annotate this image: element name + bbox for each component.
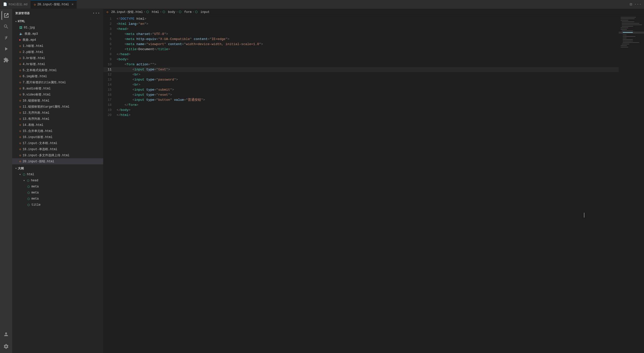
- line-content: <meta http-equiv="X-UA-Compatible" conte…: [116, 37, 619, 42]
- file-link-target[interactable]: ◇ 11.链接标签的target属性.html: [12, 104, 103, 110]
- file-text-format[interactable]: ◇ 5.文本格式化标签.html: [12, 67, 103, 73]
- tab-close-icon[interactable]: ×: [71, 3, 74, 7]
- file-hr-tag[interactable]: ◇ 4.hr标签.html: [12, 61, 103, 67]
- file-merge-cells[interactable]: ◇ 15.合并单元格.html: [12, 128, 103, 134]
- line-content: <title>Document</title>: [116, 47, 619, 52]
- file-input-tag[interactable]: ◇ 16.input标签.html: [12, 134, 103, 140]
- code-editor[interactable]: 1 <!DOCTYPE html> 2 <html lang="en"> 3 <…: [103, 15, 619, 353]
- activity-account[interactable]: [2, 330, 11, 339]
- outline-meta-2[interactable]: ⬡ meta: [12, 190, 103, 196]
- file-link-tag[interactable]: ◇ 10.链接标签.html: [12, 97, 103, 104]
- outline-head[interactable]: ▾ ⬡ head: [12, 178, 103, 184]
- html-icon: ◇: [19, 62, 21, 66]
- activity-settings[interactable]: [2, 342, 11, 351]
- line-content: <meta name="viewport" content="width=dev…: [116, 42, 619, 47]
- html-icon: ◇: [19, 117, 21, 121]
- tab-input-button[interactable]: ◇ 20.input-按钮.html ×: [31, 0, 77, 9]
- file-ul[interactable]: ◇ 12.无序列表.html: [12, 110, 103, 116]
- file-mp4[interactable]: ▶ 夜曲.mp4: [12, 37, 103, 43]
- line-content: <input type="text">: [116, 67, 619, 72]
- svg-rect-9: [621, 29, 627, 30]
- code-line-1: 1 <!DOCTYPE html>: [103, 16, 619, 22]
- code-line-17: 17 <input type="button" value="普通按钮">: [103, 97, 619, 103]
- activity-explorer[interactable]: [2, 11, 11, 20]
- tab-html-syntax-icon: 📄: [3, 2, 7, 6]
- file-audio-tag[interactable]: ◇ 8.audio标签.html: [12, 85, 103, 91]
- split-editor-icon[interactable]: ⊡: [630, 2, 632, 7]
- svg-rect-6: [622, 25, 642, 25]
- tab-html-syntax-label: html语法.md: [9, 2, 27, 7]
- breadcrumb-input[interactable]: ⬡ input: [195, 10, 209, 14]
- line-content: <html lang="en">: [116, 22, 619, 27]
- html-icon: ◇: [19, 141, 21, 145]
- file-p-tag[interactable]: ◇ 2.p标签.html: [12, 49, 103, 55]
- breadcrumb-body[interactable]: ⬡ body: [163, 10, 175, 14]
- line-content: </body>: [116, 108, 619, 113]
- more-actions-icon[interactable]: ···: [634, 2, 641, 7]
- html-icon: ◇: [19, 111, 21, 115]
- video-icon: ▶: [19, 38, 21, 42]
- svg-rect-17: [623, 41, 633, 41]
- breadcrumb-sep-2: ›: [160, 11, 162, 13]
- outline-title[interactable]: ⬡ title: [12, 202, 103, 208]
- html-icon: ◇: [19, 160, 21, 163]
- file-mp3[interactable]: 🔈 夜曲.mp3: [12, 31, 103, 37]
- breadcrumb-sep-3: ›: [176, 11, 178, 13]
- html-icon: ◇: [19, 56, 21, 60]
- html-icon: ◇: [19, 68, 21, 72]
- code-line-11: 11 <input type="text">: [103, 67, 619, 72]
- html-icon: ◇: [19, 81, 21, 84]
- file-video-tag[interactable]: ◇ 9.video标签.html: [12, 91, 103, 97]
- code-line-13: 13 <input type="password">: [103, 77, 619, 82]
- breadcrumb-file[interactable]: ◇ 20.input-按钮.html: [106, 10, 143, 14]
- file-br-tag[interactable]: ◇ 3.br标签.html: [12, 55, 103, 61]
- html-icon: ◇: [19, 105, 21, 109]
- tab-html-syntax[interactable]: 📄 html语法.md: [0, 0, 31, 9]
- activity-source-control[interactable]: [2, 33, 11, 42]
- sidebar-more-icon[interactable]: ···: [93, 11, 100, 15]
- file-input-file[interactable]: ◇ 19.input-多文件选择上传.html: [12, 152, 103, 158]
- line-number: 16: [103, 92, 116, 97]
- line-number: 7: [103, 47, 116, 52]
- tab-bar: 📄 html语法.md ◇ 20.input-按钮.html × ⊡ ···: [0, 0, 644, 9]
- audio-icon: 🔈: [19, 32, 23, 36]
- section-outline[interactable]: ▾ 大纲: [12, 165, 103, 171]
- file-table[interactable]: ◇ 14.表格.html: [12, 122, 103, 128]
- chevron-down-icon: ▾: [15, 20, 17, 23]
- line-content: </form>: [116, 103, 619, 108]
- file-input-radio[interactable]: ◇ 18.input-单选框.html: [12, 146, 103, 152]
- file-h-tag[interactable]: ◇ 1.h标签.html: [12, 43, 103, 49]
- html-icon: ◇: [19, 147, 21, 151]
- line-number: 18: [103, 103, 116, 108]
- html-icon: ◇: [19, 153, 21, 157]
- breadcrumb-form[interactable]: ⬡ form: [179, 10, 191, 14]
- chevron-down-icon: ▾: [19, 173, 21, 176]
- activity-run[interactable]: [2, 44, 11, 53]
- breadcrumb-html[interactable]: ⬡ html: [146, 10, 159, 14]
- outline-meta-3[interactable]: ⬡ meta: [12, 196, 103, 202]
- svg-rect-20: [621, 45, 627, 46]
- outline-html[interactable]: ▾ ⬡ html: [12, 171, 103, 178]
- file-input-button[interactable]: ◇ 20.input-按钮.html: [12, 158, 103, 164]
- element-breadcrumb-icon: ⬡: [163, 10, 165, 14]
- code-line-10: 10 <form action="">: [103, 62, 619, 67]
- code-line-18: 18 </form>: [103, 103, 619, 108]
- code-line-20: 20 </html>: [103, 113, 619, 118]
- minimap: [619, 15, 644, 353]
- file-ol[interactable]: ◇ 13.有序列表.html: [12, 116, 103, 122]
- code-line-8: 8 </head>: [103, 52, 619, 57]
- element-breadcrumb-icon: ⬡: [146, 10, 149, 14]
- file-img-title[interactable]: ◇ 7.图片标签的title属性.html: [12, 79, 103, 85]
- element-icon: ⬡: [27, 203, 30, 207]
- file-img-tag[interactable]: ◇ 6.img标签.html: [12, 73, 103, 79]
- activity-search[interactable]: [2, 22, 11, 31]
- code-line-15: 15 <input type="submit">: [103, 87, 619, 92]
- file-input-text[interactable]: ◇ 17.input-文本框.html: [12, 140, 103, 146]
- outline-meta-1[interactable]: ⬡ meta: [12, 184, 103, 190]
- activity-bar: [0, 9, 12, 353]
- svg-rect-13: [623, 35, 627, 35]
- section-html[interactable]: ▾ HTML: [12, 18, 103, 25]
- file-01jpg[interactable]: 🖼 01.jpg: [12, 25, 103, 31]
- activity-extensions[interactable]: [2, 55, 11, 65]
- line-number: 13: [103, 77, 116, 82]
